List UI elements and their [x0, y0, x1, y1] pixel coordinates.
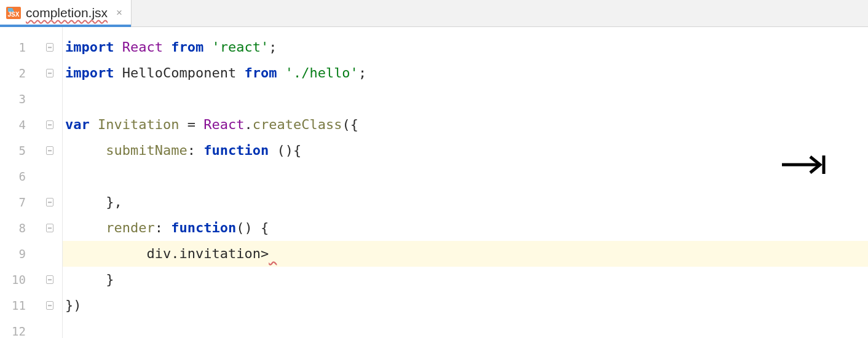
fold-toggle-icon[interactable] [46, 198, 53, 206]
close-icon[interactable]: × [116, 7, 122, 19]
line-number[interactable]: 1 [0, 34, 37, 60]
fold-toggle-icon[interactable] [46, 275, 53, 284]
editor: 1 2 3 4 5 6 7 8 9 10 11 12 import React … [0, 27, 868, 338]
line-number[interactable]: 2 [0, 60, 37, 86]
line-number[interactable]: 8 [0, 215, 37, 241]
fold-toggle-icon[interactable] [46, 301, 53, 310]
code-editor[interactable]: import React from 'react'; import HelloC… [63, 27, 868, 338]
line-number-gutter: 1 2 3 4 5 6 7 8 9 10 11 12 [0, 27, 37, 338]
code-line: }, [63, 189, 868, 215]
fold-toggle-icon[interactable] [46, 224, 53, 232]
tab-completion-jsx[interactable]: JSX completion.jsx × [0, 0, 132, 26]
code-line-active: div.invitation> [63, 241, 868, 267]
line-number[interactable]: 6 [0, 163, 37, 189]
fold-toggle-icon[interactable] [46, 146, 53, 155]
tab-to-end-icon [781, 149, 826, 182]
fold-toggle-icon[interactable] [46, 120, 53, 129]
line-number[interactable]: 4 [0, 112, 37, 138]
code-line [63, 318, 868, 338]
line-number[interactable]: 7 [0, 189, 37, 215]
code-line: submitName: function (){ [63, 138, 868, 163]
tab-label: completion.jsx [26, 6, 108, 20]
fold-toggle-icon[interactable] [46, 43, 53, 52]
line-number[interactable]: 3 [0, 86, 37, 112]
syntax-error-marker [269, 246, 277, 261]
code-line: import React from 'react'; [63, 34, 868, 60]
code-line [63, 86, 868, 112]
code-line: render: function() { [63, 215, 868, 241]
line-number[interactable]: 12 [0, 318, 37, 338]
line-number[interactable]: 5 [0, 138, 37, 163]
code-line: var Invitation = React.createClass({ [63, 112, 868, 138]
jsx-file-icon: JSX [6, 7, 21, 19]
tab-bar: JSX completion.jsx × [0, 0, 868, 27]
code-line: import HelloComponent from './hello'; [63, 60, 868, 86]
line-number[interactable]: 10 [0, 267, 37, 293]
code-line: }) [63, 293, 868, 318]
fold-gutter [37, 27, 63, 338]
code-line [63, 163, 868, 189]
line-number[interactable]: 11 [0, 293, 37, 318]
code-line: } [63, 267, 868, 293]
fold-toggle-icon[interactable] [46, 69, 53, 77]
line-number[interactable]: 9 [0, 241, 37, 267]
